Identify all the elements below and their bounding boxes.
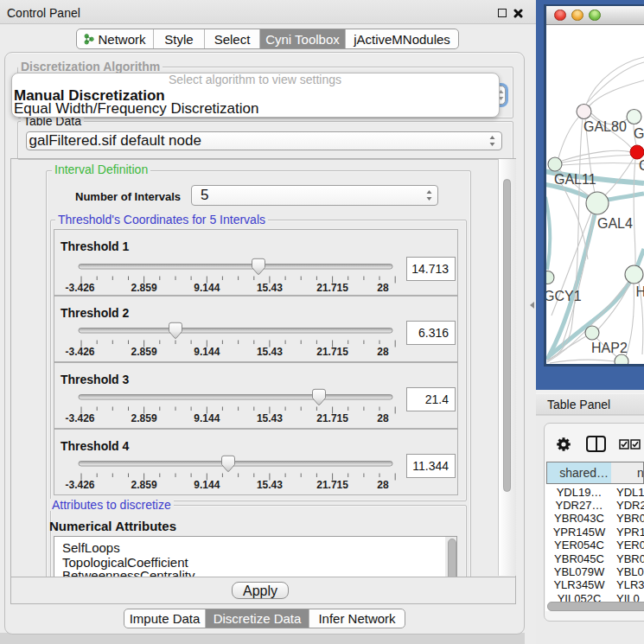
svg-text:9.144: 9.144 <box>194 346 220 358</box>
svg-text:2.859: 2.859 <box>131 479 157 491</box>
svg-text:-3.426: -3.426 <box>65 412 94 424</box>
svg-text:CY: CY <box>639 158 644 173</box>
svg-text:28: 28 <box>377 479 389 491</box>
svg-text:-3.426: -3.426 <box>65 479 94 491</box>
svg-text:28: 28 <box>377 346 389 358</box>
svg-text:15.43: 15.43 <box>257 479 283 491</box>
svg-text:21.715: 21.715 <box>316 282 348 294</box>
svg-text:28: 28 <box>377 412 389 424</box>
svg-text:GAL80: GAL80 <box>583 119 627 134</box>
svg-text:15.43: 15.43 <box>257 412 283 424</box>
svg-text:9.144: 9.144 <box>194 412 220 424</box>
svg-text:9.144: 9.144 <box>194 282 220 294</box>
svg-text:15.43: 15.43 <box>257 282 283 294</box>
svg-text:2.859: 2.859 <box>131 282 157 294</box>
svg-text:21.715: 21.715 <box>316 346 348 358</box>
svg-text:21.715: 21.715 <box>316 412 348 424</box>
svg-text:GCY1: GCY1 <box>546 289 582 303</box>
svg-text:H: H <box>636 284 644 299</box>
svg-text:2.859: 2.859 <box>131 346 157 358</box>
svg-text:-3.426: -3.426 <box>65 346 94 358</box>
svg-text:21.715: 21.715 <box>316 479 348 491</box>
svg-text:HAP2: HAP2 <box>591 341 628 355</box>
svg-text:-3.426: -3.426 <box>65 282 94 294</box>
svg-text:2.859: 2.859 <box>131 412 157 424</box>
svg-text:GAL11: GAL11 <box>554 172 596 187</box>
svg-text:9.144: 9.144 <box>194 479 220 491</box>
svg-text:GA: GA <box>634 126 644 141</box>
svg-text:28: 28 <box>377 282 389 294</box>
svg-text:GAL4: GAL4 <box>597 216 633 231</box>
svg-text:15.43: 15.43 <box>257 346 283 358</box>
